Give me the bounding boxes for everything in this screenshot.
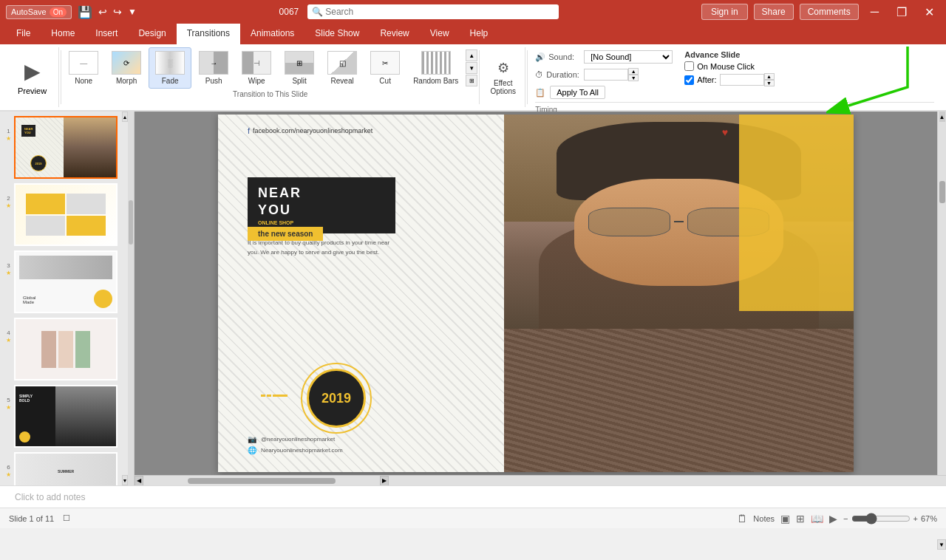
minimize-button[interactable]: ─ [865,4,885,20]
slide-img-3[interactable]: GlobalMade [14,250,118,313]
zoom-plus[interactable]: + [913,514,918,523]
after-row: After: 00:07.45 ▲ ▼ [684,73,774,86]
slide-img-5[interactable]: SIMPLYBOLD [14,385,118,448]
randombars-icon: ▦ [421,51,451,75]
view-grid[interactable]: ⊞ [796,513,805,525]
morph-label: Morph [116,77,137,85]
tab-slideshow[interactable]: Slide Show [304,24,370,44]
notes-bar[interactable]: Click to add notes [0,485,946,508]
canvas-right-scrollbar[interactable]: ▲ ▼ [937,112,946,475]
tab-review[interactable]: Review [370,24,419,44]
doc-title: 0067 [279,7,299,17]
ribbon-tabs: File Home Insert Design Transitions Anim… [0,24,946,44]
autosave-button[interactable]: AutoSave On [6,5,72,19]
after-up[interactable]: ▲ [764,73,775,80]
slide-num-5: 5 ★ [6,385,11,411]
comments-button[interactable]: Comments [800,4,859,20]
panel-down-arrow[interactable]: ▼ [122,475,128,485]
slide-thumb-2[interactable]: 2 ★ [6,183,128,246]
view-slideshow[interactable]: ▶ [829,513,837,525]
transition-section-label: Transition to This Slide [63,89,477,98]
transition-none[interactable]: — None [63,48,104,88]
duration-up[interactable]: ▲ [628,68,639,75]
transition-randombars[interactable]: ▦ Random Bars [407,48,464,88]
tab-home[interactable]: Home [41,24,85,44]
view-reading[interactable]: 📖 [811,513,823,525]
desc-content: It is important to buy quality products … [248,239,389,256]
on-mouse-click-label: On Mouse Click [697,62,755,71]
panel-scrollbar[interactable] [128,112,134,485]
tab-view[interactable]: View [420,24,460,44]
duration-input[interactable]: 00.70 [584,69,628,81]
tab-design[interactable]: Design [128,24,176,44]
customize-icon[interactable]: ▼ [128,7,137,17]
tab-animations[interactable]: Animations [240,24,304,44]
transition-wipe[interactable]: ⊣ Wipe [236,48,277,88]
slide-img-2[interactable] [14,183,118,246]
transition-split[interactable]: ⊞ Split [279,48,320,88]
search-input[interactable] [307,4,559,19]
on-mouse-click-checkbox[interactable] [684,61,694,71]
tab-file[interactable]: File [6,24,41,44]
search-icon: 🔍 [312,7,323,17]
slide-thumb-1[interactable]: 1 ★ NEARYOU 2019 [6,116,128,179]
after-down[interactable]: ▼ [764,80,775,86]
gallery-more[interactable]: ⊞ [466,75,477,86]
scroll-up-arrow[interactable]: ▲ [939,112,945,122]
restore-button[interactable]: ❐ [891,4,913,21]
save-icon[interactable]: 💾 [78,5,92,19]
panel-scroll-bottom: ▼ [122,475,128,485]
slide-thumb-3[interactable]: 3 ★ GlobalMade [6,250,128,313]
scroll-thumb[interactable] [939,181,945,203]
transition-fade[interactable]: ░ Fade [149,47,191,89]
close-button[interactable]: ✕ [919,4,940,21]
randombars-label: Random Bars [413,77,458,85]
sound-label: 🔊 Sound: [535,52,579,62]
website-row: 🌐 Nearyouonlineshopmarket.com [248,446,343,454]
tab-insert[interactable]: Insert [85,24,128,44]
undo-icon[interactable]: ↩ [98,6,107,18]
tab-help[interactable]: Help [460,24,499,44]
signin-button[interactable]: Sign in [701,4,748,20]
slide-thumb-6[interactable]: 6 ★ SUMMER clothing line [6,452,128,485]
after-input[interactable]: 00:07.45 [720,74,764,86]
effect-options-button[interactable]: ⚙ EffectOptions [481,47,525,107]
tab-transitions[interactable]: Transitions [177,24,240,44]
panel-scroll-thumb[interactable] [129,200,133,245]
transition-reveal[interactable]: ◱ Reveal [321,48,363,88]
social-footer: 📷 @nearyouonlineshopmarket 🌐 Nearyouonli… [248,435,343,454]
slide-thumb-4[interactable]: 4 ★ [6,318,128,380]
titlebar-left: AutoSave On 💾 ↩ ↪ ▼ [6,5,137,19]
slide-img-4[interactable] [14,318,118,380]
panel-up-arrow[interactable]: ▲ [122,112,128,122]
transition-push[interactable]: → Push [193,48,234,88]
after-checkbox[interactable] [684,75,694,85]
preview-button[interactable]: ▶ Preview [6,47,59,107]
apply-all-button[interactable]: Apply To All [550,86,605,99]
redo-icon[interactable]: ↪ [113,6,122,18]
h-scroll-left[interactable]: ◀ [135,476,143,486]
sound-row: 🔊 Sound: [No Sound] [535,50,673,64]
h-scroll-right[interactable]: ▶ [380,476,389,486]
cut-icon: ✂ [370,51,400,75]
duration-down[interactable]: ▼ [628,75,639,81]
view-normal[interactable]: ▣ [780,513,790,525]
dash-1 [261,395,265,397]
zoom-minus[interactable]: − [843,514,848,523]
share-button[interactable]: Share [754,4,794,20]
h-scrollbar[interactable]: ◀ ▶ [135,475,946,485]
slide-img-1[interactable]: NEARYOU 2019 [14,116,118,179]
notes-button[interactable]: 🗒 [737,513,747,525]
h-scroll-thumb[interactable] [188,478,336,484]
zoom-slider[interactable] [851,513,911,525]
gallery-down[interactable]: ▼ [466,62,477,74]
transition-cut[interactable]: ✂ Cut [364,48,406,88]
autosave-toggle[interactable]: On [50,7,67,17]
transition-morph[interactable]: ⟳ Morph [106,48,147,88]
gallery-up[interactable]: ▲ [466,49,477,61]
sound-select[interactable]: [No Sound] [584,50,673,64]
slide-img-6[interactable]: SUMMER clothing line [14,452,118,485]
titlebar-center: 0067 🔍 [137,4,701,19]
separator-3 [527,50,528,104]
slide-thumb-5[interactable]: 5 ★ SIMPLYBOLD [6,385,128,448]
